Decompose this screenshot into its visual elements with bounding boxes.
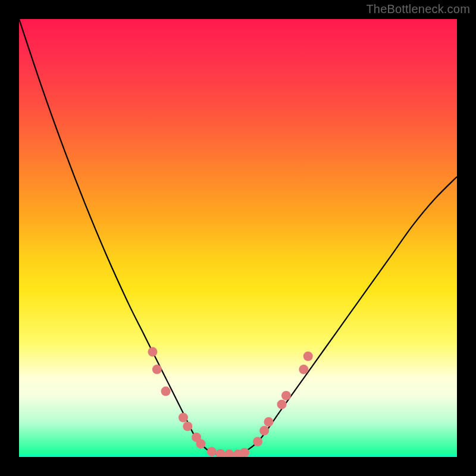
data-dot: [240, 448, 249, 457]
data-dot: [281, 391, 291, 400]
data-dot: [207, 447, 217, 456]
data-dot: [196, 439, 205, 449]
data-dot: [264, 417, 274, 427]
watermark-text: TheBottleneck.com: [366, 2, 470, 16]
data-dot: [183, 421, 192, 431]
data-dot: [253, 437, 262, 446]
data-dot: [303, 352, 313, 361]
chart-container: TheBottleneck.com: [0, 0, 476, 476]
data-dot: [259, 426, 269, 436]
data-dot: [216, 449, 226, 457]
data-dots: [148, 347, 312, 457]
bottleneck-curve: [19, 19, 457, 455]
data-dot: [299, 365, 308, 374]
data-dot: [178, 413, 188, 422]
data-dot: [161, 387, 171, 396]
data-dot: [224, 450, 234, 457]
chart-svg: [19, 19, 457, 457]
data-dot: [152, 365, 162, 374]
data-dot: [277, 400, 287, 409]
data-dot: [148, 347, 157, 356]
